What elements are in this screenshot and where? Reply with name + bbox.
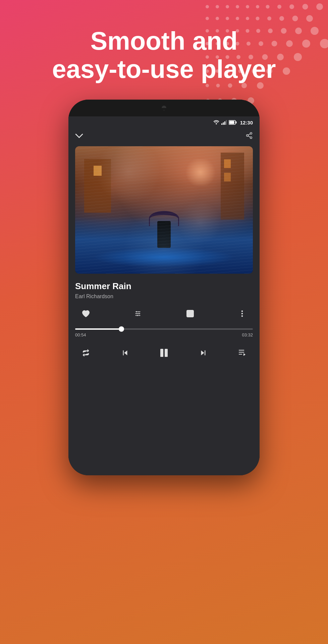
svg-point-20	[306, 15, 313, 22]
total-time: 03:32	[242, 332, 253, 337]
progress-times: 00:54 03:32	[75, 332, 253, 337]
phone-top-bar	[68, 100, 260, 116]
svg-point-13	[226, 17, 229, 20]
queue-button[interactable]	[234, 345, 250, 361]
add-playlist-button[interactable]	[183, 306, 198, 321]
svg-point-1	[216, 5, 219, 8]
svg-rect-73	[229, 121, 234, 124]
pause-button[interactable]	[156, 345, 172, 361]
svg-point-14	[236, 17, 239, 20]
svg-rect-67	[221, 123, 222, 125]
svg-point-16	[256, 17, 260, 20]
svg-rect-93	[160, 349, 163, 357]
phone-frame: 12:30	[68, 100, 260, 475]
svg-point-4	[246, 5, 249, 8]
svg-point-60	[257, 82, 264, 89]
svg-point-58	[228, 84, 232, 88]
earpiece-speaker	[151, 108, 177, 110]
svg-point-0	[206, 5, 209, 8]
svg-point-82	[136, 311, 138, 313]
svg-point-12	[216, 17, 219, 20]
svg-point-17	[267, 16, 271, 20]
headline-line2: easy-to-use player	[52, 55, 276, 83]
svg-marker-91	[124, 351, 127, 356]
add-icon	[186, 310, 194, 318]
svg-point-9	[303, 4, 308, 10]
previous-button[interactable]	[117, 345, 133, 361]
svg-point-8	[289, 4, 294, 9]
like-button[interactable]	[78, 306, 93, 321]
svg-rect-68	[223, 122, 224, 125]
more-options-button[interactable]	[235, 306, 250, 321]
svg-point-11	[206, 17, 209, 20]
svg-point-5	[256, 5, 259, 8]
song-artist: Earl Richardson	[75, 293, 253, 300]
svg-point-84	[136, 315, 138, 316]
svg-point-83	[139, 313, 140, 315]
equalizer-icon	[134, 310, 142, 317]
song-info: Summer Rain Earl Richardson	[75, 281, 253, 300]
svg-point-19	[292, 16, 298, 21]
share-button[interactable]	[245, 132, 253, 141]
svg-marker-100	[243, 353, 245, 356]
repeat-icon	[82, 349, 90, 357]
svg-point-3	[236, 5, 239, 8]
previous-icon	[121, 349, 129, 357]
playback-controls	[75, 345, 253, 361]
collapse-button[interactable]	[75, 132, 83, 141]
svg-line-77	[248, 136, 250, 138]
svg-point-18	[279, 16, 284, 21]
svg-point-39	[302, 40, 310, 48]
signal-icon	[221, 120, 227, 125]
svg-point-57	[216, 84, 220, 88]
svg-point-40	[320, 39, 328, 48]
share-icon	[245, 132, 253, 139]
svg-rect-69	[224, 121, 225, 125]
svg-marker-95	[201, 351, 204, 356]
svg-point-30	[311, 27, 319, 35]
svg-rect-72	[235, 121, 236, 123]
queue-icon	[238, 349, 246, 357]
album-art	[75, 146, 253, 274]
status-time: 12:30	[240, 120, 253, 125]
svg-point-29	[295, 28, 302, 34]
action-buttons	[75, 306, 253, 321]
current-time: 00:54	[75, 332, 86, 337]
battery-icon	[229, 120, 237, 125]
svg-point-56	[206, 84, 209, 87]
svg-point-74	[250, 132, 252, 135]
next-icon	[200, 349, 207, 357]
svg-point-10	[316, 3, 323, 10]
wifi-icon	[213, 120, 219, 125]
player-top-bar	[75, 132, 253, 141]
svg-point-6	[266, 5, 270, 9]
svg-rect-96	[205, 351, 205, 356]
svg-point-7	[277, 5, 281, 9]
player-content: Summer Rain Earl Richardson	[68, 128, 260, 475]
status-icons: 12:30	[213, 120, 253, 125]
svg-point-59	[241, 83, 247, 88]
svg-line-78	[248, 134, 250, 135]
warm-glow	[184, 159, 217, 186]
more-icon	[241, 310, 243, 317]
progress-bar[interactable]	[75, 328, 253, 330]
heart-icon	[82, 310, 90, 317]
header-section: Smooth and easy-to-use player	[32, 27, 296, 83]
headline: Smooth and easy-to-use player	[52, 27, 276, 83]
svg-point-76	[250, 137, 252, 139]
next-button[interactable]	[195, 345, 211, 361]
svg-point-2	[226, 5, 229, 8]
song-title: Summer Rain	[75, 281, 253, 291]
svg-point-88	[241, 311, 243, 312]
repeat-button[interactable]	[78, 345, 94, 361]
svg-rect-94	[165, 349, 168, 357]
progress-thumb	[119, 326, 124, 332]
progress-fill	[75, 328, 121, 330]
pause-icon	[159, 348, 169, 358]
equalizer-button[interactable]	[130, 306, 145, 321]
blue-reflection	[93, 247, 235, 267]
album-art-container	[75, 146, 253, 274]
headline-line1: Smooth and	[90, 26, 237, 55]
svg-point-75	[247, 135, 249, 137]
svg-rect-70	[226, 120, 227, 125]
